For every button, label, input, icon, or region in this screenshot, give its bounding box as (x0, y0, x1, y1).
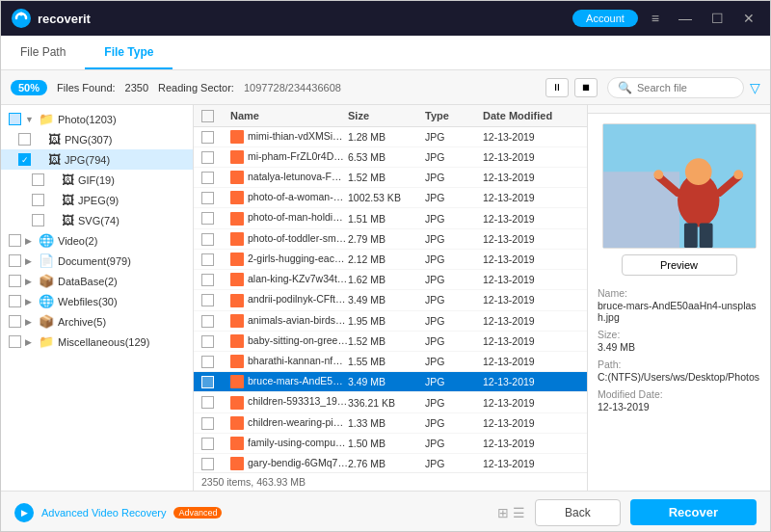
gif-checkbox[interactable] (32, 173, 44, 186)
list-view-icon[interactable]: ☰ (513, 505, 525, 520)
png-checkbox[interactable] (18, 133, 31, 146)
photo-checkbox[interactable] (9, 113, 21, 125)
sidebar-item-archive[interactable]: ▶ 📦 Archive(5) (1, 311, 193, 332)
sidebar-item-document[interactable]: ▶ 📄 Document(979) (1, 251, 193, 271)
maximize-button[interactable]: ☐ (705, 10, 730, 27)
file-row-size: 1.52 MB (348, 335, 425, 347)
video-checkbox[interactable] (9, 234, 21, 247)
misc-checkbox[interactable] (9, 335, 21, 348)
file-row[interactable]: bruce-mars-AndE50aaHn4-unsplash...3.49 M… (194, 372, 587, 392)
sidebar-item-database[interactable]: ▶ 📦 DataBase(2) (1, 271, 193, 291)
stop-button[interactable]: ⏹ (574, 78, 598, 97)
preview-info: Name: bruce-mars-AndE50aaHn4-unsplash.jp… (588, 283, 770, 422)
file-row-check[interactable] (201, 437, 230, 450)
sidebar-item-png[interactable]: 🖼 PNG(307) (1, 129, 193, 149)
file-row[interactable]: bharathi-kannan-nfL-thiRzDs-unsplash...1… (194, 352, 587, 372)
pause-button[interactable]: ⏸ (545, 78, 569, 97)
jpeg-icon: 🖼 (62, 193, 74, 207)
file-row[interactable]: mimi-thian-vdXMSiX-n6M-unsplash.jpg1.28 … (194, 127, 587, 147)
recover-button[interactable]: Recover (630, 499, 757, 525)
hamburger-button[interactable]: ≡ (646, 10, 665, 27)
file-row-check[interactable] (201, 294, 230, 307)
archive-checkbox[interactable] (9, 315, 21, 328)
file-row-check[interactable] (201, 212, 230, 226)
preview-button[interactable]: Preview (622, 254, 737, 276)
thumbnail-view-icon[interactable]: ⊞ (497, 505, 509, 520)
svg-label: SVG(74) (78, 215, 185, 226)
account-button[interactable]: Account (572, 10, 638, 27)
header-size: Size (348, 110, 425, 121)
file-row-type: JPG (425, 213, 483, 225)
png-label: PNG(307) (65, 134, 185, 146)
svg-checkbox[interactable] (32, 214, 44, 226)
jpg-checkbox[interactable] (18, 153, 31, 166)
file-row[interactable]: alan-king-KZv7w34tluA-unsplash.jpg1.62 M… (194, 270, 587, 290)
file-row-check[interactable] (201, 396, 230, 410)
file-row[interactable]: photo-of-toddler-smiling-1912868.jpg2.79… (194, 229, 587, 250)
sidebar: ▼ 📁 Photo(1203) 🖼 PNG(307) 🖼 JPG(794) 🖼 … (1, 105, 194, 491)
webfiles-checkbox[interactable] (9, 295, 21, 307)
file-row-check[interactable] (201, 192, 230, 205)
minimize-button[interactable]: — (673, 10, 698, 27)
sidebar-item-jpg[interactable]: 🖼 JPG(794) (1, 149, 193, 170)
file-row-size: 1.55 MB (348, 356, 425, 367)
file-row[interactable]: gary-bendig-6GMq7AGxNbE-unsplash...2.76 … (194, 454, 587, 472)
file-row[interactable]: family-using-computer.jpg1.50 MBJPG12-13… (194, 434, 587, 454)
file-row[interactable]: mi-pham-FrZL0r4DZYk-unsplash.jpg6.53 MBJ… (194, 147, 587, 168)
sidebar-item-svg[interactable]: 🖼 SVG(74) (1, 210, 193, 230)
svg-point-1 (19, 13, 23, 16)
file-row[interactable]: natalya-letunova-FWxEbL34i4Y-unsp...1.52… (194, 168, 587, 188)
file-row[interactable]: baby-sitting-on-green-grass-beside-...1.… (194, 332, 587, 352)
search-input[interactable] (637, 82, 733, 93)
file-row[interactable]: andrii-podilnyk-CFftEeaDg1I-unsplash...3… (194, 290, 587, 310)
file-row-check[interactable] (201, 273, 230, 286)
jpeg-checkbox[interactable] (32, 194, 44, 206)
sidebar-item-video[interactable]: ▶ 🌐 Video(2) (1, 230, 193, 251)
file-row-check[interactable] (201, 355, 230, 368)
file-row-date: 12-13-2019 (483, 458, 579, 469)
tab-file-type[interactable]: File Type (85, 36, 173, 69)
file-row[interactable]: children-593313_1920.jpg336.21 KBJPG12-1… (194, 392, 587, 412)
preview-modified-label: Modified Date: (598, 388, 760, 400)
sidebar-item-webfiles[interactable]: ▶ 🌐 Webfiles(30) (1, 291, 193, 311)
svg-point-8 (653, 170, 663, 179)
file-row-type: JPG (425, 376, 483, 387)
file-row-check[interactable] (201, 150, 230, 164)
file-row[interactable]: animals-avian-birds-branch-459326.j...1.… (194, 311, 587, 332)
database-checkbox[interactable] (9, 275, 21, 287)
file-row-name: mi-pham-FrZL0r4DZYk-unsplash.jpg (230, 150, 348, 164)
sidebar-item-misc[interactable]: ▶ 📁 Miscellaneous(129) (1, 332, 193, 352)
file-row[interactable]: children-wearing-pink-ball-dress-360-...… (194, 413, 587, 434)
file-row-check[interactable] (201, 171, 230, 184)
file-row-check[interactable] (201, 457, 230, 470)
file-row-check[interactable] (201, 130, 230, 144)
preview-path-value: C:(NTFS)/Users/ws/Desktop/Photos (598, 371, 760, 383)
tab-file-path[interactable]: File Path (1, 36, 85, 69)
file-row-size: 3.49 MB (348, 376, 425, 387)
file-row-check[interactable] (201, 375, 230, 388)
document-checkbox[interactable] (9, 254, 21, 267)
file-row-date: 12-13-2019 (483, 438, 579, 449)
adv-video-label[interactable]: Advanced Video Recovery (41, 507, 166, 519)
file-row-date: 12-13-2019 (483, 253, 579, 265)
file-row-check[interactable] (201, 253, 230, 266)
file-row-date: 12-13-2019 (483, 233, 579, 245)
file-row-check[interactable] (201, 416, 230, 430)
file-type-icon (230, 294, 244, 307)
file-row-check[interactable] (201, 232, 230, 246)
sidebar-item-jpeg[interactable]: 🖼 JPEG(9) (1, 190, 193, 210)
file-row[interactable]: photo-of-a-woman-holding-an-ipad-7-...10… (194, 188, 587, 208)
file-row-date: 12-13-2019 (483, 294, 579, 306)
sidebar-item-photo[interactable]: ▼ 📁 Photo(1203) (1, 109, 193, 129)
file-row[interactable]: 2-girls-hugging-each-other-outdoor-...2.… (194, 250, 587, 270)
close-button[interactable]: ✕ (737, 10, 760, 27)
file-row-check[interactable] (201, 334, 230, 348)
misc-chevron: ▶ (25, 337, 35, 347)
sidebar-item-gif[interactable]: 🖼 GIF(19) (1, 170, 193, 190)
filter-icon[interactable]: ▽ (750, 80, 760, 95)
jpg-icon: 🖼 (48, 152, 61, 167)
file-row-size: 2.76 MB (348, 458, 425, 469)
file-row-check[interactable] (201, 314, 230, 328)
file-row[interactable]: photo-of-man-holding-a-book-92702-...1.5… (194, 208, 587, 228)
back-button[interactable]: Back (535, 499, 621, 526)
